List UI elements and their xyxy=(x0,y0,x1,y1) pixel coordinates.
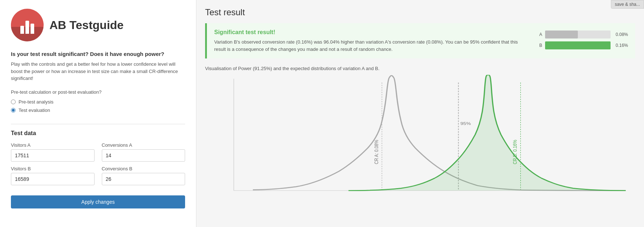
radio-testeval-input[interactable] xyxy=(11,108,16,113)
bar3 xyxy=(31,24,34,34)
field-conversions-b: Conversions B xyxy=(102,166,185,185)
radio-testeval[interactable]: Test evaluation xyxy=(11,108,185,113)
input-conversions-b[interactable] xyxy=(102,173,185,185)
svg-text:95%: 95% xyxy=(460,121,471,126)
form-grid: Visitors A Conversions A Visitors B Conv… xyxy=(11,142,185,185)
apply-button[interactable]: Apply changes xyxy=(11,195,185,208)
bar-row-b: B 0.16% xyxy=(536,41,628,49)
bar-value-a: 0.08% xyxy=(616,32,628,37)
chart-area: CR A: 0.08% CR B: 0.16% 95% xyxy=(205,75,635,198)
bar-value-b: 0.16% xyxy=(616,43,628,48)
bar-fill-b xyxy=(545,41,611,49)
test-data-title: Test data xyxy=(11,130,185,137)
bar-row-a: A 0.08% xyxy=(536,31,628,38)
input-visitors-b[interactable] xyxy=(11,173,95,185)
field-conversions-a: Conversions A xyxy=(102,142,185,162)
bar-label-a: A xyxy=(536,32,542,37)
right-panel: save & sha... Test result Significant te… xyxy=(196,0,644,227)
bar-fill-a xyxy=(545,31,578,38)
result-title: Test result xyxy=(205,7,635,17)
bar-label-b: B xyxy=(536,43,542,48)
radio-pretest[interactable]: Pre-test analysis xyxy=(11,99,185,105)
logo-ab: AB xyxy=(49,19,66,32)
radio-testeval-label: Test evaluation xyxy=(19,108,50,113)
bar2 xyxy=(25,21,29,34)
result-description: Variation B's observed conversion rate (… xyxy=(214,38,522,53)
field-visitors-a: Visitors A xyxy=(11,142,95,162)
svg-text:CR A: 0.08%: CR A: 0.08% xyxy=(373,140,379,164)
chart-svg: CR A: 0.08% CR B: 0.16% 95% xyxy=(205,75,635,198)
label-visitors-b: Visitors B xyxy=(11,166,95,171)
radio-group: Pre-test analysis Test evaluation xyxy=(11,99,185,116)
bar-track-a xyxy=(545,31,611,38)
bar1 xyxy=(20,26,24,34)
radio-pretest-input[interactable] xyxy=(11,100,16,104)
bar-track-b xyxy=(545,41,611,49)
logo-icon xyxy=(11,9,44,41)
svg-text:CR B: 0.16%: CR B: 0.16% xyxy=(512,139,518,164)
radio-pretest-label: Pre-test analysis xyxy=(19,99,53,105)
save-share-button[interactable]: save & sha... xyxy=(611,0,644,9)
headline: Is your test result significant? Does it… xyxy=(11,50,185,58)
result-box: Significant test result! Variation B's o… xyxy=(205,23,635,58)
significant-title: Significant test result! xyxy=(214,29,522,36)
logo-testguide: Testguide xyxy=(69,19,124,32)
description: Play with the controls and get a better … xyxy=(11,61,185,82)
label-visitors-a: Visitors A xyxy=(11,142,95,148)
label-conversions-b: Conversions B xyxy=(102,166,185,171)
input-conversions-a[interactable] xyxy=(102,149,185,162)
power-label: Visualisation of Power (91.25%) and the … xyxy=(205,66,635,71)
logo-bars xyxy=(20,16,34,34)
input-visitors-a[interactable] xyxy=(11,149,95,162)
bar-chart-area: A 0.08% B 0.16% xyxy=(536,29,628,49)
analysis-label: Pre-test calculation or post-test evalua… xyxy=(11,89,185,95)
divider xyxy=(11,124,185,124)
logo-text: AB Testguide xyxy=(49,19,124,32)
result-text-area: Significant test result! Variation B's o… xyxy=(214,29,522,53)
logo-area: AB Testguide xyxy=(11,9,185,41)
label-conversions-a: Conversions A xyxy=(102,142,185,148)
left-panel: AB Testguide Is your test result signifi… xyxy=(0,0,196,227)
field-visitors-b: Visitors B xyxy=(11,166,95,185)
